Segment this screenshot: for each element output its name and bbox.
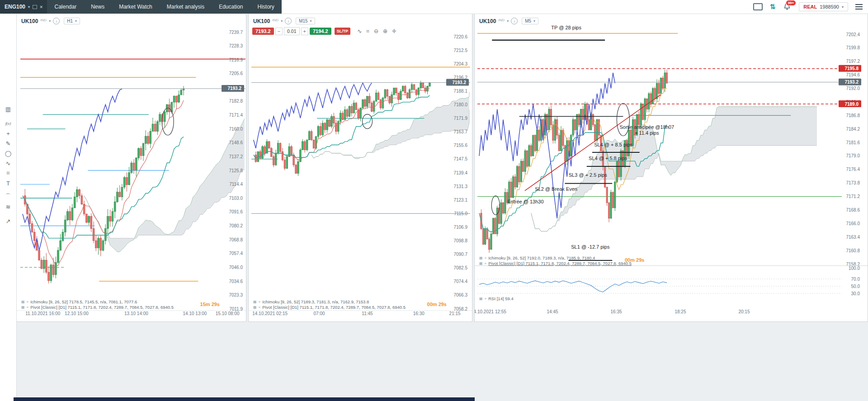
rsi-values: RSI [14] 59.4 (488, 296, 513, 301)
chevron-down-icon[interactable]: ▾ (507, 19, 509, 23)
zoom-in-icon[interactable]: ⊕ (383, 28, 387, 34)
transfer-icon[interactable]: ⇅ (770, 3, 776, 11)
svg-text:7189.0: 7189.0 (844, 102, 859, 107)
symbol-label[interactable]: UK100 (21, 18, 38, 24)
indicator-eye-icon[interactable]: ▦ (479, 297, 483, 301)
account-selector[interactable]: REAL 1988590 ▾ (799, 2, 848, 11)
chart-panel-h1[interactable]: 7239.77228.37216.97205.67194.27182.87171… (16, 14, 246, 322)
chart-header: UK100 IND ▾ i H1 ▾ (21, 18, 80, 24)
timeframe-selector[interactable]: M5 ▾ (522, 18, 538, 24)
quantity-increase-button[interactable]: + (301, 28, 308, 35)
candlestick-chart-m5: TP @ 28 pipsSortie anticipée @18h07+ 11.… (475, 14, 868, 321)
add-object-icon[interactable]: + (0, 128, 16, 138)
sell-button[interactable]: 7193.2 (252, 28, 274, 35)
remove-indicator-icon[interactable]: × (485, 256, 487, 260)
ichimoku-values: Ichimoku [9, 26, 52] 7189.3, 7181.3, n/a… (262, 299, 369, 304)
svg-text:7103.0: 7103.0 (229, 196, 243, 201)
info-icon[interactable]: i (511, 18, 518, 24)
share-icon[interactable]: ↗ (0, 216, 16, 226)
zoom-out-icon[interactable]: ⊖ (374, 28, 378, 34)
svg-text:7239.7: 7239.7 (229, 30, 243, 35)
remove-indicator-icon[interactable]: × (485, 261, 487, 265)
ellipse-tool-icon[interactable]: ◯ (0, 148, 16, 158)
tab-history[interactable]: History (250, 0, 282, 14)
indicators-icon[interactable]: ⌗ (366, 28, 369, 34)
indicator-eye-icon[interactable]: ▦ (479, 256, 483, 260)
indicator-eye-icon[interactable]: ▦ (479, 261, 483, 265)
svg-text:14.10 13:00: 14.10 13:00 (183, 311, 207, 316)
svg-text:7080.2: 7080.2 (229, 223, 243, 228)
svg-text:7098.8: 7098.8 (453, 238, 467, 243)
svg-text:7193.2: 7193.2 (227, 86, 241, 91)
svg-text:7205.6: 7205.6 (229, 71, 243, 76)
function-icon[interactable]: f(x) (0, 118, 16, 128)
quantity-decrease-button[interactable]: − (275, 28, 283, 35)
pivot-values: Pivot [Classic] [D1] 7115.1, 7171.8, 720… (30, 305, 174, 310)
menu-icon[interactable] (855, 4, 863, 9)
crosshair-icon[interactable]: ✛ (392, 28, 396, 34)
text-tool-icon[interactable]: T (0, 178, 16, 188)
remove-indicator-icon[interactable]: × (259, 305, 261, 309)
svg-text:7182.8: 7182.8 (229, 99, 243, 104)
tab-education[interactable]: Education (212, 0, 250, 14)
fibonacci-tool-icon[interactable]: ⌗ (0, 168, 16, 178)
svg-text:7202.4: 7202.4 (846, 32, 860, 37)
workspace-tab[interactable]: ENG100 ▾ × (0, 0, 47, 14)
magnet-tool-icon[interactable]: ⌒ (0, 192, 16, 202)
chart-header: UK100 IND ▾ i M15 ▾ (253, 18, 315, 24)
remove-indicator-icon[interactable]: × (27, 305, 29, 309)
notification-badge: 99+ (786, 0, 797, 6)
indicator-row: ▦ × Ichimoku [9, 26, 52] 7192.0, 7189.3,… (479, 255, 632, 260)
sltp-button[interactable]: SL/TP (335, 28, 351, 35)
svg-text:7046.0: 7046.0 (229, 265, 243, 270)
timeframe-selector[interactable]: M15 ▾ (296, 18, 315, 24)
svg-text:7160.0: 7160.0 (229, 127, 243, 132)
indicator-eye-icon[interactable]: ▦ (253, 300, 257, 304)
symbol-label[interactable]: UK100 (253, 18, 270, 24)
drawing-tool-icon[interactable]: ∿ (357, 28, 362, 34)
svg-text:11:45: 11:45 (362, 311, 373, 316)
svg-text:7106.9: 7106.9 (453, 225, 467, 230)
quantity-input[interactable]: 0.01 (284, 27, 299, 35)
remove-indicator-icon[interactable]: × (485, 297, 487, 301)
svg-text:7186.8: 7186.8 (846, 113, 860, 118)
timeframe-selector[interactable]: H1 ▾ (64, 18, 80, 24)
remove-indicator-icon[interactable]: × (259, 300, 261, 304)
svg-text:7163.7: 7163.7 (453, 129, 467, 134)
svg-text:SL4 @ + 8.5 pips: SL4 @ + 8.5 pips (594, 142, 632, 147)
timeframe-label: M15 (299, 19, 307, 24)
indicator-eye-icon[interactable]: ▦ (21, 305, 25, 309)
chart-mode-icon[interactable]: ▥ (0, 104, 16, 114)
indicator-eye-icon[interactable]: ▦ (253, 305, 257, 309)
notifications-bell[interactable]: 99+ (783, 2, 792, 11)
remove-indicator-icon[interactable]: × (27, 300, 29, 304)
buy-button[interactable]: 7194.2 (310, 28, 331, 35)
indicator-eye-icon[interactable]: ▦ (21, 300, 25, 304)
candlestick-chart-h1: 7239.77228.37216.97205.67194.27182.87171… (17, 14, 246, 321)
close-icon[interactable]: × (40, 4, 42, 9)
popout-icon[interactable] (33, 5, 37, 9)
svg-text:7163.4: 7163.4 (846, 235, 860, 240)
svg-text:7173.8: 7173.8 (846, 180, 860, 185)
svg-text:20:15: 20:15 (738, 309, 750, 314)
symbol-label[interactable]: UK100 (479, 18, 496, 24)
tab-market-analysis[interactable]: Market analysis (160, 0, 212, 14)
timeframe-label: H1 (67, 19, 73, 24)
info-icon[interactable]: i (285, 18, 292, 24)
tab-news[interactable]: News (84, 0, 112, 14)
tab-market-watch[interactable]: Market Watch (112, 0, 160, 14)
svg-text:7171.2: 7171.2 (846, 194, 860, 199)
zigzag-tool-icon[interactable]: ∿ (0, 158, 16, 168)
workspace-layout-icon[interactable] (753, 3, 763, 10)
chart-panel-m15[interactable]: 7220.67212.57204.37196.27188.17180.07171… (248, 14, 472, 322)
tab-calendar[interactable]: Calendar (47, 0, 84, 14)
chevron-down-icon: ▾ (310, 19, 312, 23)
info-icon[interactable]: i (53, 18, 60, 24)
chevron-down-icon[interactable]: ▾ (281, 19, 283, 23)
svg-text:7199.8: 7199.8 (846, 45, 860, 50)
objects-list-icon[interactable]: ≋ (0, 202, 16, 212)
chevron-down-icon[interactable]: ▾ (49, 19, 51, 23)
pivot-values: Pivot [Classic] [D1] 7115.1, 7171.8, 720… (262, 305, 406, 310)
pencil-draw-icon[interactable]: ✎ (0, 138, 16, 148)
chart-panel-m5[interactable]: TP @ 28 pipsSortie anticipée @18h07+ 11.… (474, 14, 868, 322)
